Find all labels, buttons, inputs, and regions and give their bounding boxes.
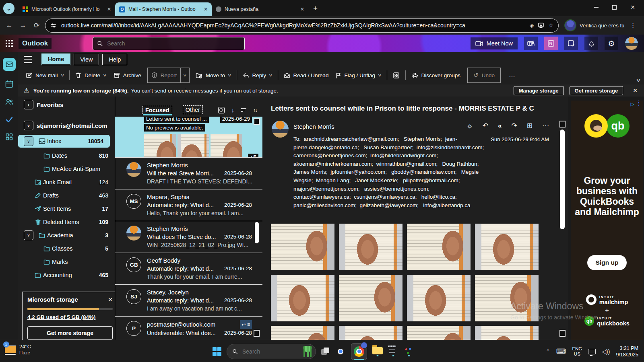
delete-button[interactable]: Delete∨ xyxy=(72,69,110,82)
onenote-icon[interactable] xyxy=(544,37,558,50)
start-button[interactable] xyxy=(213,347,221,356)
touch-keyboard-icon[interactable]: ⌨ xyxy=(556,347,566,356)
file-explorer-icon[interactable] xyxy=(372,346,383,357)
folder-pane-toggle-icon[interactable] xyxy=(24,56,32,63)
apps-icon[interactable]: ⊞ xyxy=(527,121,533,130)
forward-icon[interactable]: ↷ xyxy=(512,121,517,130)
letter-photo[interactable] xyxy=(475,326,539,340)
new-mail-button[interactable]: New mail∨ xyxy=(22,69,67,82)
mail-module-icon[interactable] xyxy=(3,58,16,71)
people-module-icon[interactable] xyxy=(5,97,14,106)
read-unread-button[interactable]: Read / Unread xyxy=(280,69,332,82)
volume-icon[interactable]: ◁)) xyxy=(602,348,610,355)
ad-options-icon[interactable]: ⋮⋮ xyxy=(636,101,641,105)
move-down-icon[interactable]: ↓ xyxy=(231,107,235,113)
discover-groups-button[interactable]: Discover groups xyxy=(408,69,464,82)
new-tab-button[interactable]: + xyxy=(313,4,318,13)
folder-mcafee[interactable]: McAfee Anti-Spam xyxy=(18,162,115,175)
address-bar[interactable]: ◈ ☆ xyxy=(45,19,559,33)
flag-unflag-button[interactable]: Flag / Unflag∨ xyxy=(332,69,384,82)
message-row[interactable]: P postmaster@outlook.com ↩ ≡ Undeliverab… xyxy=(115,316,262,340)
ribbon-more-button[interactable]: … xyxy=(504,72,521,79)
folder-academia[interactable]: ∨ Academia 3 xyxy=(18,228,115,242)
notepad-icon[interactable] xyxy=(388,346,398,357)
teams-icon[interactable] xyxy=(524,37,538,50)
message-row[interactable]: Stephen Morris What does The Steve do...… xyxy=(115,221,262,253)
forward-button[interactable]: → xyxy=(16,21,30,29)
folder-classes[interactable]: Classes 5 xyxy=(18,242,115,255)
attachment-thumbnail[interactable] xyxy=(211,134,242,157)
letter-photo[interactable] xyxy=(475,224,539,270)
browser-tab-1[interactable]: Microsoft Outlook (formerly Ho ✕ xyxy=(19,2,115,16)
folder-dates[interactable]: Dates 810 xyxy=(18,149,115,162)
ribbon-tab-home[interactable]: Home xyxy=(41,53,70,66)
list-scroll-bottom[interactable] xyxy=(254,330,260,337)
outlook-wordmark[interactable]: Outlook xyxy=(19,38,52,49)
close-button[interactable]: ✕ xyxy=(630,4,635,10)
adchoices-icon[interactable]: ▷ xyxy=(631,101,634,107)
letter-photo[interactable] xyxy=(271,275,334,321)
ribbon-tab-help[interactable]: Help xyxy=(102,54,127,65)
reply-icon[interactable]: ↶ xyxy=(483,121,488,130)
tab-close-icon[interactable]: ✕ xyxy=(300,6,304,12)
manage-storage-button[interactable]: Manage storage xyxy=(514,86,564,95)
message-row[interactable]: SJ Stacey, Jocelyn Automatic reply: What… xyxy=(115,284,262,316)
letter-photo[interactable] xyxy=(271,326,334,340)
folder-accounting[interactable]: Accounting 465 xyxy=(18,268,115,282)
network-icon[interactable] xyxy=(588,349,596,354)
chrome-active-taskbar-icon[interactable] xyxy=(351,343,367,360)
apps-module-icon[interactable] xyxy=(5,133,13,141)
back-button[interactable]: ← xyxy=(2,21,16,29)
reading-scrollbar-thumb[interactable] xyxy=(560,130,565,229)
browser-tab-3[interactable]: Nueva pestaña ✕ xyxy=(212,2,308,16)
list-scroll-top[interactable] xyxy=(254,118,260,125)
tab-close-icon[interactable]: ✕ xyxy=(204,6,208,12)
ribbon-collapse-icon[interactable]: ∨ xyxy=(636,78,641,83)
reading-scroll-top[interactable] xyxy=(559,121,566,128)
chrome-taskbar-icon[interactable] xyxy=(335,346,346,357)
report-split-button[interactable]: Report ∨ xyxy=(147,68,190,83)
message-selected[interactable]: Letters sent to counsel ... 2025-06-29 N… xyxy=(115,117,262,157)
message-row[interactable]: GB Geoff Boddy Automatic reply: What d..… xyxy=(115,253,262,284)
browser-menu-icon[interactable]: ⋮ xyxy=(630,22,636,29)
folder-marks[interactable]: Marks xyxy=(18,255,115,268)
tab-focused[interactable]: Focused xyxy=(142,106,172,114)
storage-usage-link[interactable]: 4.2 GB used of 5 GB (84%) xyxy=(27,314,96,320)
letter-photo[interactable] xyxy=(407,326,471,340)
minimize-button[interactable] xyxy=(594,7,599,8)
reply-all-icon[interactable]: « xyxy=(498,122,502,130)
attachment-thumbnail[interactable] xyxy=(144,134,176,157)
url-input[interactable] xyxy=(60,22,526,29)
account-header[interactable]: ∨ stjamorris@hotmail.com xyxy=(18,117,115,134)
password-icon[interactable]: ◈ xyxy=(530,22,534,29)
tab-other[interactable]: Other xyxy=(183,105,203,114)
folder-inbox[interactable]: ∨ Inbox 18054 xyxy=(18,135,110,148)
message-row[interactable]: Stephen Morris Will the real Steve Morri… xyxy=(115,157,262,189)
my-day-icon[interactable] xyxy=(389,69,403,82)
folder-deleted[interactable]: Deleted Items 109 xyxy=(18,215,115,228)
filter-icon[interactable] xyxy=(241,108,246,112)
undo-button[interactable]: ↺ Undo xyxy=(467,68,501,83)
todo-module-icon[interactable] xyxy=(5,115,14,124)
taskbar-clock[interactable]: 3:21 PM9/18/2025 xyxy=(616,345,638,358)
taskbar-search[interactable] xyxy=(227,344,316,359)
message-row[interactable]: MS Mapara, Sophia Automatic reply: What … xyxy=(115,189,262,221)
browser-tab-2-active[interactable]: O Mail - Stephen Morris - Outloo ✕ xyxy=(115,2,212,16)
letter-photo[interactable] xyxy=(339,326,402,340)
folder-drafts[interactable]: Drafts 463 xyxy=(18,189,115,202)
list-scrollbar-thumb[interactable] xyxy=(255,222,259,243)
tab-close-icon[interactable]: ✕ xyxy=(107,6,111,12)
chevron-down-icon[interactable]: ∨ xyxy=(24,121,33,130)
tray-expand-icon[interactable]: ⌃ xyxy=(546,348,550,354)
notifications-bell-icon[interactable] xyxy=(584,37,598,50)
bookmark-star-icon[interactable]: ☆ xyxy=(548,22,553,29)
language-switcher[interactable]: ENGUS xyxy=(572,346,582,357)
folder-sent[interactable]: Sent Items 17 xyxy=(18,202,115,215)
outlook-search-box[interactable] xyxy=(93,37,245,50)
chevron-right-icon[interactable]: › xyxy=(24,100,33,109)
sun-icon[interactable]: ☼ xyxy=(466,122,473,130)
tab-search-button[interactable]: ⌄ xyxy=(3,3,14,14)
get-more-storage-sidebar-button[interactable]: Get more storage xyxy=(27,326,113,340)
letter-photo[interactable] xyxy=(339,275,402,321)
reload-button[interactable]: ⟳ xyxy=(30,21,43,30)
